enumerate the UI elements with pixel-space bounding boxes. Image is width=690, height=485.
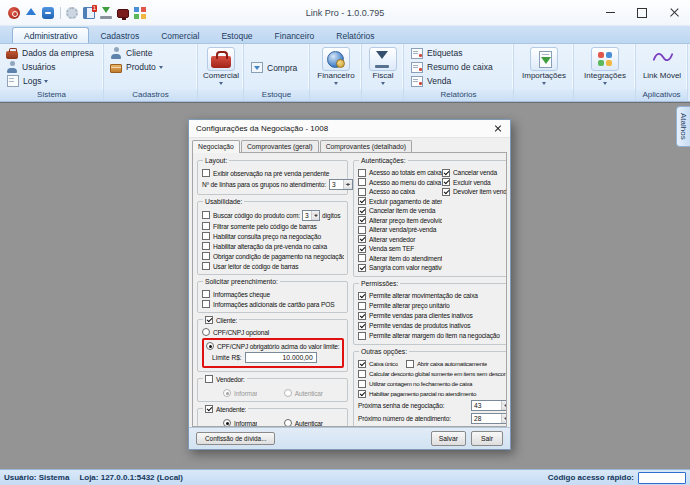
checkbox-informacoes-cheque[interactable]: Informações cheque — [202, 289, 344, 299]
ribbon-tab-cadastros[interactable]: Cadastros — [89, 28, 150, 43]
checkbox-permite-alterar-preco-unitario[interactable]: Permite alterar preço unitário — [358, 301, 507, 311]
dialog-tab-comprovantes-detalhado[interactable]: Comprovantes (detalhado) — [320, 140, 412, 152]
notes-icon[interactable] — [83, 7, 95, 19]
checkbox-exibir-observacao-na-pre-venda-pendente[interactable]: Exibir observação na pré venda pendente — [202, 168, 344, 178]
spinner[interactable]: 28 — [471, 413, 507, 424]
radio-cpf-cnpj-opcional[interactable]: CPF/CNPJ opcional — [202, 327, 344, 337]
checkbox-caixa-unico[interactable]: Caixa único — [358, 359, 398, 369]
dialog-close-icon[interactable] — [486, 120, 510, 137]
checkbox-excluir-venda[interactable]: Excluir venda — [442, 178, 507, 188]
ribbon-group-label: Aplicativos — [636, 89, 687, 101]
ribbon-button-link-movel[interactable]: Link Móvel — [643, 47, 681, 80]
ribbon-tab-relatorios[interactable]: Relatórios — [325, 28, 385, 43]
shortcuts-side-tab[interactable]: Atalhos — [676, 106, 690, 147]
checkbox-sangria-com-valor-negativo[interactable]: Sangria com valor negativo — [358, 263, 442, 273]
checkbox-cancelar-venda[interactable]: Cancelar venda — [442, 168, 507, 178]
checkbox-permite-alterar-margem-do-item-na-negociacao[interactable]: Permite alterar margem do item na negoci… — [358, 331, 507, 341]
checkbox-habilitar-consulta-preco-na-negociacao[interactable]: Habilitar consulta preço na negociação — [202, 231, 344, 241]
power-icon[interactable] — [8, 7, 20, 19]
ribbon-tab-comercial[interactable]: Comercial — [150, 28, 210, 43]
ribbon-button-etiquetas[interactable]: Etiquetas — [408, 46, 510, 60]
apps-grid-icon[interactable] — [134, 7, 146, 19]
spinner-down-icon[interactable] — [502, 405, 507, 410]
import-tray-icon[interactable] — [100, 7, 112, 19]
checkbox-acesso-ao-menu-do-caixa[interactable]: Acesso ao menu do caixa — [358, 178, 442, 188]
checkbox-atendente[interactable]: Atendente: — [205, 404, 246, 414]
checkbox-devolver-item-vendido[interactable]: Devolver item vendido — [442, 187, 507, 197]
checkbox-venda-sem-tef[interactable]: Venda sem TEF — [358, 244, 442, 254]
radio-informar[interactable]: Informar — [223, 388, 257, 398]
ribbon-button-resumo-de-caixa[interactable]: Resumo de caixa — [408, 60, 510, 74]
ribbon-button-compra[interactable]: Compra — [248, 61, 306, 75]
close-icon[interactable] — [658, 0, 690, 25]
checkbox-box — [358, 197, 366, 205]
checkbox-box — [358, 254, 366, 262]
sair-button[interactable]: Sair — [471, 431, 503, 446]
quick-access-input[interactable] — [638, 472, 686, 484]
checkbox-alterar-item-do-atendimento[interactable]: Alterar item do atendimento — [358, 254, 442, 264]
checkbox-habilitar-alteracao-da-pre-venda-no-caixa[interactable]: Habilitar alteração da pré-venda no caix… — [202, 241, 344, 251]
checkbox-permite-vendas-para-clientes-inativos[interactable]: Permite vendas para clientes inativos — [358, 311, 507, 321]
checkbox-alterar-vendedor[interactable]: Alterar vendedor — [358, 235, 442, 245]
checkbox-buscar-codigo-do-produto-com[interactable]: Buscar código do produto com: 3dígitos — [202, 209, 344, 221]
confissao-divida-button[interactable]: Confissão de dívida... — [196, 432, 275, 445]
ribbon-button-financeiro[interactable]: Financeiro — [317, 47, 354, 85]
quick-access-toolbar — [0, 7, 151, 19]
ribbon-button-fiscal[interactable]: Fiscal — [369, 47, 397, 85]
radio-informar[interactable]: Informar — [223, 418, 257, 427]
spinner-down-icon[interactable] — [502, 418, 507, 423]
checkbox-calcular-desconto-global-somente-em-itens-sem-desconto[interactable]: Calcular desconto global somente em iten… — [358, 369, 507, 379]
nav-up-icon[interactable] — [25, 7, 37, 19]
checkbox-cliente[interactable]: Cliente: — [205, 315, 237, 325]
spinner-down-icon[interactable] — [312, 215, 319, 220]
radio-autenticar[interactable]: Autenticar — [284, 418, 323, 427]
checkbox-usar-leitor-de-codigo-de-barras[interactable]: Usar leitor de código de barras — [202, 261, 344, 271]
dialog-tab-comprovantes-geral[interactable]: Comprovantes (geral) — [241, 140, 319, 152]
dialog-tab-negociacao[interactable]: Negociação — [192, 140, 240, 153]
checkbox-alterar-venda-pre-venda[interactable]: Alterar venda/pré-venda — [358, 225, 442, 235]
minimize-icon[interactable] — [594, 0, 626, 25]
checkbox-informacoes-adicionais-de-cartao-para-pos[interactable]: Informações adicionais de cartão para PO… — [202, 299, 344, 309]
spinner[interactable]: 43 — [471, 400, 507, 411]
spinner[interactable]: 3 — [329, 179, 353, 190]
radio-autenticar[interactable]: Autenticar — [284, 388, 323, 398]
checkbox-obrigar-condicao-de-pagamento-na-negociacao[interactable]: Obrigar condição de pagamento na negocia… — [202, 251, 344, 261]
checkbox-permite-vendas-de-produtos-inativos[interactable]: Permite vendas de produtos inativos — [358, 321, 507, 331]
minimize-window-icon[interactable] — [42, 7, 54, 19]
maximize-icon[interactable] — [626, 0, 658, 25]
checkbox-acesso-ao-totais-em-caixa[interactable]: Acesso ao totais em caixa — [358, 168, 442, 178]
checkbox-abrir-caixa-automaticamente[interactable]: Abrir caixa automaticamente — [406, 359, 487, 369]
checkbox-alterar-preco-item-devolvido[interactable]: Alterar preço item devolvido — [358, 216, 442, 226]
salvar-button[interactable]: Salvar — [431, 431, 466, 446]
ribbon-tab-estoque[interactable]: Estoque — [210, 28, 263, 43]
ribbon-button-usuarios[interactable]: Usuários — [4, 60, 100, 74]
ribbon-button-comercial[interactable]: Comercial — [203, 47, 239, 85]
ribbon-button-logs[interactable]: Logs — [4, 74, 100, 88]
ribbon-button-cliente[interactable]: Cliente — [108, 46, 194, 60]
spinner[interactable]: 3 — [302, 210, 320, 221]
ribbon-tab-financeiro[interactable]: Financeiro — [264, 28, 326, 43]
checkbox-utilizar-contagem-no-fechamento-de-caixa[interactable]: Utilizar contagem no fechamento de caixa — [358, 379, 507, 389]
radio-cpf-cnpj-obrigatorio-acima-do-valor-limite[interactable]: CPF/CNPJ obrigatório acima do valor limi… — [206, 341, 340, 351]
ribbon-button-integracoes[interactable]: Integrações — [584, 47, 626, 85]
ribbon-button-produto[interactable]: Produto — [108, 60, 194, 74]
checkbox-box — [358, 235, 366, 243]
checkbox-acesso-ao-caixa[interactable]: Acesso ao caixa — [358, 187, 442, 197]
settings-gear-icon[interactable] — [66, 7, 78, 19]
monitor-icon[interactable] — [117, 9, 129, 18]
checkbox-cancelar-item-de-venda[interactable]: Cancelar item de venda — [358, 206, 442, 216]
limite-input[interactable]: 10.000,00 — [245, 352, 317, 363]
checkbox-label: Habilitar pagamento parcial no atendimen… — [369, 390, 476, 397]
spinner-down-icon[interactable] — [344, 185, 352, 190]
checkbox-permite-alterar-movimentacao-de-caixa[interactable]: Permite alterar movimentação de caixa — [358, 291, 507, 301]
ribbon-button-importacoes[interactable]: Importações — [522, 47, 566, 85]
checkbox-vendedor[interactable]: Vendedor: — [205, 374, 245, 384]
checkbox-excluir-pagamento-de-atendimento[interactable]: Excluir pagamento de atendimento — [358, 197, 442, 207]
ribbon-tab-administrativo[interactable]: Administrativo — [12, 27, 89, 43]
checkbox-label: Sangria com valor negativo — [369, 264, 442, 271]
spinner-buttons — [501, 414, 507, 423]
ribbon-button-venda[interactable]: Venda — [408, 74, 510, 88]
checkbox-habilitar-pagamento-parcial-no-atendimento[interactable]: Habilitar pagamento parcial no atendimen… — [358, 389, 507, 399]
ribbon-button-dados-da-empresa[interactable]: Dados da empresa — [4, 46, 100, 60]
checkbox-filtrar-somente-pelo-codigo-de-barras[interactable]: Filtrar somente pelo código de barras — [202, 221, 344, 231]
